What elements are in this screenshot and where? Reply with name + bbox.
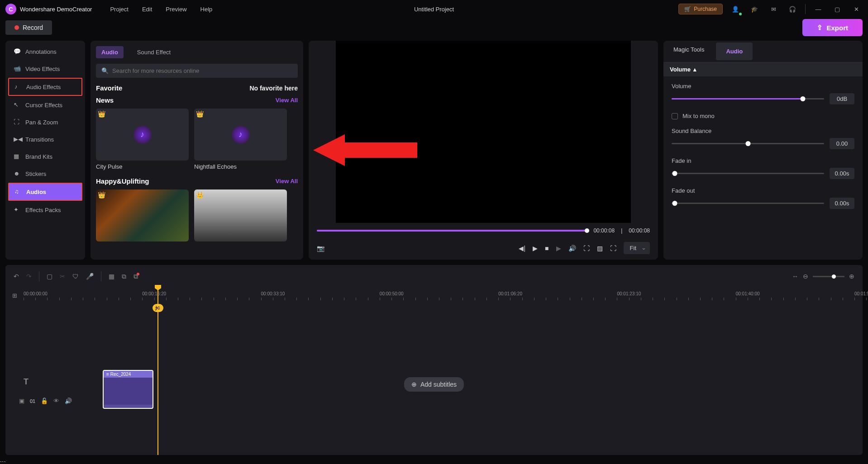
title-right: 🛒 Purchase 👤 🎓 ✉ 🎧 — ▢ ✕ bbox=[678, 3, 863, 15]
safe-zone-icon[interactable]: ⛶ bbox=[583, 245, 590, 252]
sidebar-label: Cursor Effects bbox=[25, 102, 62, 109]
mix-mono-label: Mix to mono bbox=[682, 113, 715, 119]
record-screen-icon[interactable]: ⧉ bbox=[134, 273, 138, 280]
mute-icon[interactable]: 🔊 bbox=[65, 398, 72, 404]
preview-panel: 00:00:08 | 00:00:08 📷 ◀| ▶ ■ ▶ 🔊 ⛶ ▨ ⛶ F… bbox=[309, 41, 658, 260]
sidebar-item-transitions[interactable]: ▶◀Transitions bbox=[8, 131, 82, 147]
preview-canvas[interactable] bbox=[336, 41, 631, 223]
stop-icon[interactable]: ■ bbox=[545, 245, 548, 252]
zoom-slider[interactable] bbox=[813, 276, 844, 277]
search-box[interactable]: 🔍 bbox=[96, 64, 298, 78]
lock-icon[interactable]: 🔓 bbox=[41, 398, 48, 404]
maximize-icon[interactable]: ▢ bbox=[831, 3, 844, 15]
tab-audio[interactable]: Audio bbox=[716, 43, 753, 60]
layout-icon[interactable]: ▦ bbox=[109, 273, 114, 280]
crown-icon: 👑 bbox=[98, 110, 105, 118]
volume-value[interactable]: 0dB bbox=[830, 93, 854, 104]
crop-icon[interactable]: ▢ bbox=[47, 273, 52, 280]
sidebar-item-video-effects[interactable]: 📹Video Effects bbox=[8, 61, 82, 77]
menu-project[interactable]: Project bbox=[110, 6, 128, 13]
play-icon[interactable]: ▶ bbox=[533, 245, 538, 252]
sidebar-label: Pan & Zoom bbox=[25, 119, 58, 126]
menu-preview[interactable]: Preview bbox=[166, 6, 186, 13]
tab-magic-tools[interactable]: Magic Tools bbox=[663, 41, 714, 62]
prev-frame-icon[interactable]: ◀| bbox=[519, 245, 525, 252]
ruler-mark: 00:00:16:20 bbox=[142, 291, 166, 296]
ruler-mark: 00:01:56:20 bbox=[854, 291, 868, 296]
track-number: 01 bbox=[30, 398, 35, 404]
record-button[interactable]: Record bbox=[5, 20, 52, 35]
mix-mono-checkbox[interactable] bbox=[672, 113, 678, 119]
audio-card-city-pulse[interactable]: 👑♪ City Pulse bbox=[96, 109, 189, 170]
tab-sound-effect[interactable]: Sound Effect bbox=[132, 46, 176, 58]
volume-row: Volume 0dB bbox=[672, 83, 854, 104]
add-track-button[interactable]: ⊞ bbox=[5, 291, 24, 299]
view-all-happy[interactable]: View All bbox=[276, 178, 298, 185]
clip-body bbox=[104, 378, 153, 405]
minimize-icon[interactable]: — bbox=[812, 3, 825, 15]
sidebar-item-cursor-effects[interactable]: ↖Cursor Effects bbox=[8, 97, 82, 113]
volume-slider[interactable] bbox=[672, 98, 824, 99]
graduation-icon[interactable]: 🎓 bbox=[748, 3, 761, 15]
sidebar-item-audios[interactable]: ♫Audios bbox=[8, 183, 82, 201]
zoom-fit-select[interactable]: Fit bbox=[624, 242, 650, 254]
menu-help[interactable]: Help bbox=[200, 6, 213, 13]
sidebar-item-annotations[interactable]: 💬Annotations bbox=[8, 43, 82, 60]
balance-value[interactable]: 0.00 bbox=[830, 138, 854, 149]
voiceover-icon[interactable]: 🎤 bbox=[86, 273, 94, 280]
ruler-row: ⊞ 00:00:00:0000:00:16:2000:00:33:1000:00… bbox=[5, 291, 863, 305]
view-all-news[interactable]: View All bbox=[276, 97, 298, 104]
zoom-out-icon[interactable]: ⊖ bbox=[803, 273, 808, 280]
volume-icon[interactable]: 🔊 bbox=[568, 245, 576, 252]
sidebar-item-brand-kits[interactable]: ▦Brand Kits bbox=[8, 148, 82, 165]
group-icon[interactable]: ⧉ bbox=[122, 273, 126, 280]
audio-card-happy-1[interactable]: 👑 bbox=[96, 189, 189, 241]
audio-card-nightfall-echoes[interactable]: 👑♪ Nightfall Echoes bbox=[194, 109, 287, 170]
close-icon[interactable]: ✕ bbox=[850, 3, 863, 15]
export-button[interactable]: ⇪ Export bbox=[802, 19, 863, 36]
plus-icon: ⊕ bbox=[411, 381, 417, 388]
marker-icon[interactable]: 🛡 bbox=[72, 273, 79, 280]
progress-bar[interactable] bbox=[317, 230, 587, 232]
volume-section-head[interactable]: Volume▴ bbox=[663, 62, 863, 76]
zoom-in-icon[interactable]: ⊕ bbox=[849, 273, 854, 280]
redo-icon[interactable]: ↷ bbox=[26, 273, 32, 280]
balance-slider[interactable] bbox=[672, 143, 824, 144]
snapshot-icon[interactable]: 📷 bbox=[317, 245, 324, 252]
add-subtitles-button[interactable]: ⊕Add subtitles bbox=[404, 377, 464, 392]
fadeout-slider[interactable] bbox=[672, 203, 824, 204]
export-label: Export bbox=[826, 24, 848, 32]
headset-icon[interactable]: 🎧 bbox=[786, 3, 799, 15]
fadein-slider[interactable] bbox=[672, 173, 824, 174]
time-sep: | bbox=[621, 227, 622, 234]
fadeout-label: Fade out bbox=[672, 187, 854, 194]
sidebar-item-effects-packs[interactable]: ✦Effects Packs bbox=[8, 202, 82, 218]
menu-edit[interactable]: Edit bbox=[142, 6, 152, 13]
text-track-icon[interactable]: T bbox=[24, 377, 29, 387]
fit-timeline-icon[interactable]: ↔ bbox=[792, 273, 798, 280]
fadein-value[interactable]: 0.00s bbox=[830, 168, 854, 179]
mix-mono-row[interactable]: Mix to mono bbox=[672, 113, 854, 119]
playhead[interactable]: ɈC bbox=[157, 288, 158, 455]
eye-icon[interactable]: 👁 bbox=[53, 398, 59, 404]
search-input[interactable] bbox=[112, 67, 292, 74]
tab-audio[interactable]: Audio bbox=[96, 46, 124, 58]
fit-label: Fit bbox=[630, 245, 636, 251]
mail-icon[interactable]: ✉ bbox=[767, 3, 780, 15]
undo-icon[interactable]: ↶ bbox=[14, 273, 19, 280]
fadeout-value[interactable]: 0.00s bbox=[830, 198, 854, 209]
split-icon[interactable]: ✂ bbox=[60, 273, 65, 280]
favorite-title: Favorite bbox=[96, 84, 122, 92]
clip-name: Rec_2024 bbox=[110, 372, 131, 377]
sidebar-item-stickers[interactable]: ☻Stickers bbox=[8, 166, 82, 182]
timeline-clip[interactable]: ≡Rec_2024 bbox=[103, 370, 153, 409]
sidebar-item-pan-zoom[interactable]: ⛶Pan & Zoom bbox=[8, 114, 82, 130]
user-icon[interactable]: 👤 bbox=[729, 3, 742, 15]
grid-icon[interactable]: ▨ bbox=[597, 245, 603, 252]
main-row: 💬Annotations 📹Video Effects ♪Audio Effec… bbox=[0, 37, 868, 263]
sidebar-item-audio-effects[interactable]: ♪Audio Effects bbox=[8, 78, 82, 96]
purchase-button[interactable]: 🛒 Purchase bbox=[678, 4, 723, 14]
fullscreen-icon[interactable]: ⛶ bbox=[610, 245, 616, 252]
next-frame-icon[interactable]: ▶ bbox=[556, 245, 561, 252]
audio-card-happy-2[interactable]: 👑 bbox=[194, 189, 287, 241]
